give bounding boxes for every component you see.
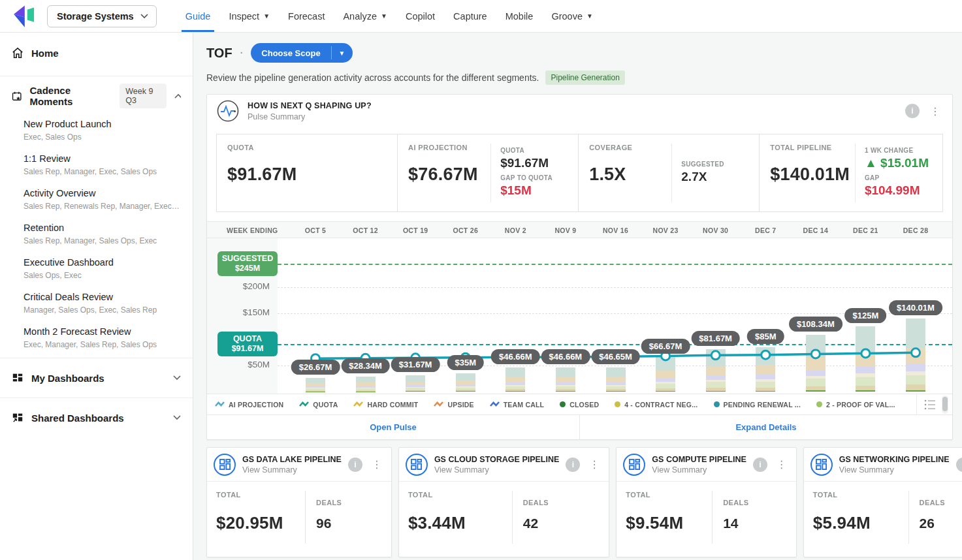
nav-item-capture[interactable]: Capture [444, 0, 496, 32]
nav-item-mobile[interactable]: Mobile [496, 0, 543, 32]
legend-item-label: UPSIDE [447, 401, 473, 409]
legend-line-icon [353, 401, 363, 408]
pulse-icon [216, 99, 240, 123]
nav-item-label: Guide [185, 11, 211, 22]
stat-quota: QUOTA$91.67M [217, 134, 398, 211]
line-marker[interactable] [762, 350, 770, 359]
pulse-title: HOW IS NEXT Q SHAPING UP? [248, 101, 897, 110]
nav-item-copilot[interactable]: Copilot [396, 0, 444, 32]
axis-badge-quota: QUOTA$91.67M [217, 332, 278, 356]
stat-side-label: 1 WK CHANGE [865, 147, 932, 154]
nav-item-guide[interactable]: Guide [176, 0, 220, 32]
legend-item-2-proof-of-val-[interactable]: 2 - PROOF OF VAL... [816, 401, 895, 409]
deals-label: DEALS [920, 499, 962, 506]
kebab-menu-icon[interactable]: ⋮ [774, 458, 790, 471]
chevron-up-icon[interactable] [174, 93, 181, 99]
legend-item-ai-projection[interactable]: AI PROJECTION [215, 401, 283, 409]
legend-item-closed[interactable]: CLOSED [560, 401, 599, 409]
kebab-menu-icon[interactable]: ⋮ [927, 105, 943, 117]
sidebar-item-my-dashboards[interactable]: My Dashboards [0, 361, 193, 395]
summary-card-header[interactable]: GS NETWORKING PIPELINEView Summaryi⋮ [804, 448, 962, 482]
legend-item-hard-commit[interactable]: HARD COMMIT [353, 401, 418, 409]
info-icon[interactable]: i [348, 458, 362, 472]
legend-item-team-call[interactable]: TEAM CALL [490, 401, 544, 409]
summary-card-header[interactable]: GS CLOUD STORAGE PIPELINEView Summaryi⋮ [399, 448, 609, 482]
axis-badge-label: QUOTA [219, 334, 276, 344]
pipeline-chart[interactable]: $200M$150M$50MSUGGESTED$245MQUOTA$91.67M… [207, 238, 952, 394]
cadence-item-title: 1:1 Review [24, 153, 181, 164]
nav-item-forecast[interactable]: Forecast [279, 0, 334, 32]
sidebar-section-cadence-moments[interactable]: Cadence Moments Week 9 Q3 [0, 79, 193, 113]
choose-scope-button[interactable]: Choose Scope ▼ [251, 43, 352, 63]
info-icon[interactable]: i [956, 458, 962, 472]
summary-card-body: TOTAL$20.95MDEALS96 [207, 482, 391, 557]
legend-item-label: CLOSED [569, 401, 599, 409]
open-pulse-link[interactable]: Open Pulse [207, 415, 580, 439]
cadence-item-critical-deals-review[interactable]: Critical Deals ReviewManager, Sales Ops,… [0, 286, 193, 320]
bar-value-label: $35M [447, 355, 484, 370]
week-label-dec-21: DEC 21 [853, 226, 878, 234]
nav-item-inspect[interactable]: Inspect▼ [219, 0, 279, 32]
stat-value: 1.5X [589, 164, 666, 185]
deals-value: 14 [723, 516, 787, 531]
scope-dropdown-caret[interactable]: ▼ [332, 43, 353, 63]
expand-details-link[interactable]: Expand Details [580, 415, 952, 439]
stat-side-value: ▲ $15.01M [865, 156, 932, 170]
nav-item-label: Mobile [505, 11, 534, 22]
week-label-nov-23: NOV 23 [653, 226, 679, 234]
cadence-item-month-2-forecast-review[interactable]: Month 2 Forecast ReviewExec, Manager, Sa… [0, 320, 193, 355]
line-marker[interactable] [711, 351, 720, 360]
legend-item-upside[interactable]: UPSIDE [434, 401, 473, 409]
legend-item-quota[interactable]: QUOTA [299, 401, 338, 409]
cadence-item-roles: Sales Rep, Manager, Exec, Sales Ops [24, 167, 181, 176]
line-marker[interactable] [912, 349, 920, 357]
org-selector[interactable]: Storage Systems [47, 5, 157, 27]
summary-card-header[interactable]: GS DATA LAKE PIPELINEView Summaryi⋮ [207, 448, 391, 482]
line-marker[interactable] [811, 350, 820, 358]
deals-label: DEALS [723, 499, 787, 506]
view-summary-link[interactable]: View Summary [839, 465, 950, 474]
aviso-logo[interactable] [12, 4, 37, 29]
cadence-item-title: Critical Deals Review [24, 292, 181, 302]
stat-value: $140.01M [770, 164, 850, 185]
legend-list-icon[interactable] [923, 399, 937, 411]
total-value: $5.94M [813, 513, 908, 533]
view-summary-link[interactable]: View Summary [434, 465, 559, 474]
cadence-item-new-product-launch[interactable]: New Product LaunchExec, Sales Ops [0, 113, 193, 148]
info-icon[interactable]: i [905, 104, 920, 118]
stat-label: QUOTA [227, 144, 387, 151]
sidebar-item-shared-dashboards[interactable]: Shared Dashboards [0, 401, 193, 435]
sidebar-item-home[interactable]: Home [0, 33, 193, 73]
page-title: TOF [206, 46, 232, 61]
bar-value-label: $26.67M [291, 360, 340, 375]
view-summary-link[interactable]: View Summary [242, 465, 342, 474]
stat-label: COVERAGE [589, 144, 666, 151]
summary-card-header[interactable]: GS COMPUTE PIPELINEView Summaryi⋮ [617, 448, 795, 482]
kebab-menu-icon[interactable]: ⋮ [586, 458, 602, 471]
legend-item-label: PENDING RENEWAL ... [724, 401, 801, 409]
week-label-dec-14: DEC 14 [803, 226, 829, 234]
nav-item-label: Capture [453, 11, 487, 22]
chevron-down-icon[interactable] [173, 375, 181, 381]
view-summary-link[interactable]: View Summary [652, 465, 746, 474]
nav-item-groove[interactable]: Groove▼ [542, 0, 601, 32]
legend-scrollbar[interactable] [942, 396, 948, 414]
legend-item-pending-renewal-[interactable]: PENDING RENEWAL ... [714, 401, 801, 409]
info-icon[interactable]: i [566, 458, 580, 472]
cadence-item-1-1-review[interactable]: 1:1 ReviewSales Rep, Manager, Exec, Sale… [0, 148, 193, 182]
deals-value: 96 [316, 516, 382, 531]
summary-card-body: TOTAL$5.94MDEALS26 [804, 482, 962, 557]
nav-item-analyze[interactable]: Analyze▼ [334, 0, 396, 32]
cadence-item-retention[interactable]: RetentionSales Rep, Manager, Sales Ops, … [0, 217, 193, 251]
chevron-down-icon[interactable] [173, 415, 181, 420]
line-marker[interactable] [861, 349, 870, 358]
legend-item-4-contract-neg-[interactable]: 4 - CONTRACT NEG... [615, 401, 697, 409]
kebab-menu-icon[interactable]: ⋮ [369, 458, 385, 471]
axis-badge-label: SUGGESTED [219, 254, 276, 264]
info-icon[interactable]: i [753, 458, 767, 472]
cadence-item-activity-overview[interactable]: Activity OverviewSales Rep, Renewals Rep… [0, 182, 193, 217]
total-label: TOTAL [626, 491, 712, 499]
bar-value-label: $66.67M [641, 339, 690, 354]
cadence-item-executive-dashboard[interactable]: Executive DashboardSales Ops, Exec [0, 251, 193, 286]
cadence-item-roles: Sales Ops, Exec [24, 271, 181, 280]
